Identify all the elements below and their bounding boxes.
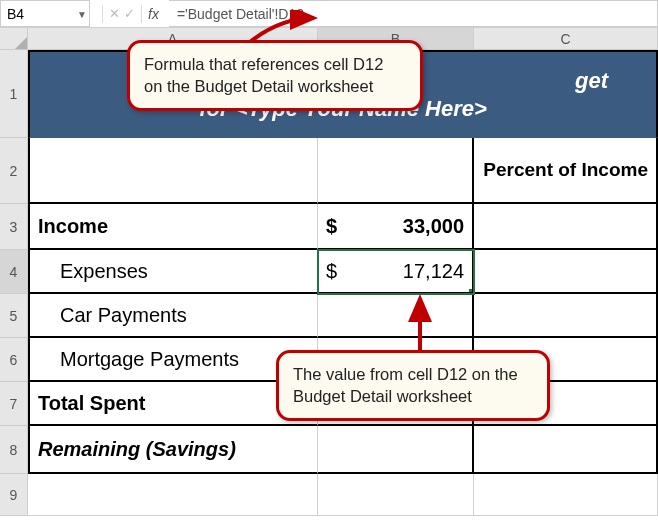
cell-B8[interactable] [318,426,474,474]
separator [141,5,142,23]
cell-C5[interactable] [474,294,658,338]
formula-bar: B4 ▼ ✕ ✓ fx ='Budget Detail'!D12 [0,0,658,28]
formula-text: ='Budget Detail'!D12 [177,6,304,22]
cell-A5[interactable]: Car Payments [28,294,318,338]
cell-A3[interactable]: Income [28,204,318,250]
name-box[interactable]: B4 ▼ [0,0,90,27]
select-all-corner[interactable] [0,28,28,50]
svg-marker-0 [15,37,27,49]
col-header-C[interactable]: C [474,28,658,49]
cell-B4[interactable]: $17,124 [318,250,474,294]
row-header-5[interactable]: 5 [0,294,28,338]
row-header-6[interactable]: 6 [0,338,28,382]
cell-A7[interactable]: Total Spent [28,382,318,426]
row-header-1[interactable]: 1 [0,50,28,138]
cell-C9[interactable] [474,474,658,516]
cell-C8[interactable] [474,426,658,474]
cell-A4[interactable]: Expenses [28,250,318,294]
row-header-8[interactable]: 8 [0,426,28,474]
fx-icon[interactable]: fx [148,6,159,22]
callout-text: Formula that references cell D12 on the … [144,55,383,95]
cell-C4[interactable] [474,250,658,294]
cell-A8[interactable]: Remaining (Savings) [28,426,318,474]
row-header-4[interactable]: 4 [0,250,28,294]
cell-B9[interactable] [318,474,474,516]
cell-C2[interactable]: Percent of Income [474,138,658,204]
chevron-down-icon[interactable]: ▼ [77,8,87,19]
cell-B3[interactable]: $33,000 [318,204,474,250]
cancel-icon[interactable]: ✕ [109,6,120,21]
cell-A2[interactable] [28,138,318,204]
callout-formula-ref: Formula that references cell D12 on the … [127,40,423,111]
formula-controls: ✕ ✓ fx [90,0,169,27]
cell-B5[interactable] [318,294,474,338]
cell-A9[interactable] [28,474,318,516]
row-header-2[interactable]: 2 [0,138,28,204]
row-header-3[interactable]: 3 [0,204,28,250]
cell-C3[interactable] [474,204,658,250]
cell-A6[interactable]: Mortgage Payments [28,338,318,382]
spreadsheet-grid[interactable]: getfor <Type Your Name Here>Percent of I… [28,50,658,516]
row-header-9[interactable]: 9 [0,474,28,516]
row-headers: 123456789 [0,50,28,516]
formula-input[interactable]: ='Budget Detail'!D12 [169,0,658,27]
cell-B2[interactable] [318,138,474,204]
accept-icon[interactable]: ✓ [124,6,135,21]
callout-cell-value: The value from cell D12 on the Budget De… [276,350,550,421]
separator [102,5,103,23]
row-header-7[interactable]: 7 [0,382,28,426]
callout-text: The value from cell D12 on the Budget De… [293,365,518,405]
name-box-value: B4 [7,6,24,22]
